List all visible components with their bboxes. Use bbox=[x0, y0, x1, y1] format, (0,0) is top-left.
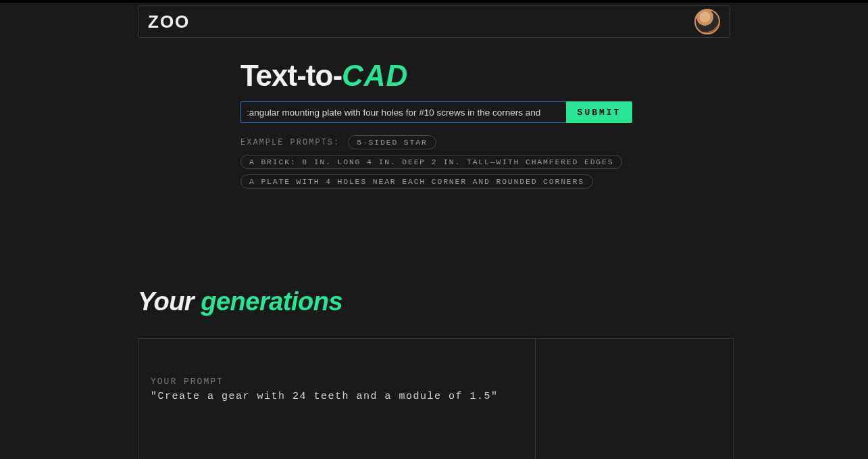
example-chip[interactable]: 5-SIDED STAR bbox=[348, 135, 436, 149]
logo-text: ZOO bbox=[148, 11, 190, 32]
prompt-row: SUBMIT bbox=[240, 101, 632, 123]
generation-card[interactable]: YOUR PROMPT "Create a gear with 24 teeth… bbox=[138, 339, 536, 459]
generation-prompt-text: "Create a gear with 24 teeth and a modul… bbox=[151, 391, 523, 402]
example-prompts: EXAMPLE PROMPTS: 5-SIDED STAR A BRICK: 8… bbox=[240, 135, 632, 189]
generations-title-part2: generations bbox=[201, 287, 342, 316]
example-chip[interactable]: A PLATE WITH 4 HOLES NEAR EACH CORNER AN… bbox=[240, 174, 593, 189]
header-bar: ZOO bbox=[138, 5, 730, 38]
prompt-input[interactable] bbox=[240, 101, 566, 123]
page-title: Text-to-CAD bbox=[240, 61, 632, 91]
generations-title: Your generations bbox=[138, 287, 734, 316]
submit-button[interactable]: SUBMIT bbox=[566, 101, 632, 123]
prompt-section: Text-to-CAD SUBMIT EXAMPLE PROMPTS: 5-SI… bbox=[240, 61, 632, 189]
generation-prompt-label: YOUR PROMPT bbox=[151, 377, 523, 387]
title-part2: CAD bbox=[342, 59, 408, 92]
avatar[interactable] bbox=[694, 9, 720, 34]
generations-grid: YOUR PROMPT "Create a gear with 24 teeth… bbox=[138, 338, 734, 459]
logo[interactable]: ZOO bbox=[148, 11, 190, 32]
example-prompts-label: EXAMPLE PROMPTS: bbox=[240, 138, 340, 147]
window-top-strip bbox=[0, 0, 868, 3]
generations-section: Your generations YOUR PROMPT "Create a g… bbox=[138, 287, 734, 459]
title-part1: Text-to- bbox=[240, 59, 342, 92]
example-chip[interactable]: A BRICK: 8 IN. LONG 4 IN. DEEP 2 IN. TAL… bbox=[240, 155, 622, 169]
generation-card-empty bbox=[536, 339, 733, 459]
generations-title-part1: Your bbox=[138, 287, 201, 316]
